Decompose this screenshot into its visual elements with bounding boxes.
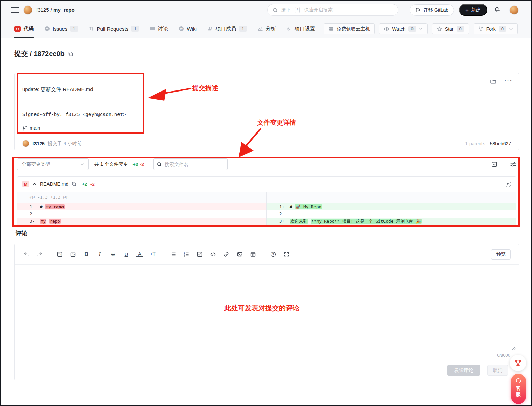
new-button[interactable]: +新建 [459, 4, 487, 16]
parent-sha-link[interactable]: 58beb627 [490, 141, 511, 146]
file-additions: +2 [82, 182, 87, 187]
ordered-list-icon[interactable]: 123 [183, 251, 190, 258]
collapse-all-icon[interactable] [491, 161, 498, 167]
user-avatar[interactable] [509, 5, 519, 15]
editor-footer: 发送评论 取消 [15, 360, 519, 380]
repo-owner-avatar[interactable] [23, 5, 32, 15]
chevron-down-icon[interactable] [419, 27, 423, 31]
file-diff-card: M README.md +2 -2 @@ -1,3 +1,3 @@ 1-# my… [17, 176, 516, 226]
tab-issues[interactable]: Issues 1 [44, 19, 78, 38]
help-icon[interactable]: ? [270, 251, 277, 258]
committer-avatar[interactable] [22, 140, 29, 147]
undo-icon[interactable] [23, 251, 30, 258]
copy-filename-icon[interactable] [72, 182, 76, 186]
tab-wiki[interactable]: W Wiki [179, 19, 196, 38]
font-color-icon[interactable]: A [136, 251, 143, 257]
fork-icon [478, 26, 484, 31]
commit-signoff: Signed-off-by: f3125 <geyh@csdn.net> [22, 112, 126, 117]
tab-settings[interactable]: 项目设置 [286, 19, 315, 38]
image-icon[interactable] [236, 251, 243, 258]
diff-view: @@ -1,3 +1,3 @@ 1-# my_repo 2 3-my repo … [17, 192, 516, 226]
breadcrumb-repo[interactable]: my_repo [53, 7, 75, 13]
redo-icon[interactable] [36, 251, 43, 258]
customer-service-button[interactable]: 客服 [511, 374, 526, 404]
members-count-badge: 1 [239, 26, 247, 32]
preview-button[interactable]: 预览 [491, 249, 511, 260]
star-icon [437, 26, 442, 32]
tab-code[interactable]: 代码 [14, 19, 34, 38]
heading1-icon[interactable]: 1 [56, 251, 63, 258]
pull-request-icon [89, 26, 94, 31]
breadcrumb-user[interactable]: f3125 [36, 7, 49, 13]
commit-card: update: 更新文件 README.md ··· Signed-off-by… [14, 73, 519, 150]
gitcode-commit-page: f3125 / my_repo 按下/快速开启搜索 迁移 GitLab +新建 [0, 0, 532, 406]
pr-count-badge: 1 [131, 26, 139, 32]
fork-button[interactable]: Fork 0 [474, 23, 518, 34]
italic-icon[interactable]: I [96, 251, 103, 258]
file-name[interactable]: README.md [40, 181, 68, 187]
watch-eye-icon [384, 26, 389, 32]
parents-label: 1 parents [465, 141, 485, 146]
commit-time: 提交于 4 小时前 [48, 141, 82, 147]
file-header: M README.md +2 -2 [17, 177, 516, 192]
search-icon [272, 8, 278, 13]
comment-input[interactable] [15, 265, 519, 361]
analytics-chart-icon [257, 26, 263, 31]
total-additions: +2 [133, 162, 138, 167]
comment-editor: 1 2 B I S U A TT 123 ? 预览 0/8000 发送 [14, 244, 519, 380]
more-actions-icon[interactable]: ··· [504, 78, 513, 84]
view-file-fullscreen-icon[interactable] [505, 181, 511, 187]
commit-branch[interactable]: main [22, 125, 40, 131]
fullscreen-icon[interactable] [283, 251, 290, 258]
breadcrumb[interactable]: f3125 / my_repo [36, 7, 75, 13]
tab-pull-requests[interactable]: Pull Requests 1 [89, 19, 139, 38]
code-block-icon[interactable] [210, 251, 216, 258]
top-header: f3125 / my_repo 按下/快速开启搜索 迁移 GitLab +新建 [1, 1, 531, 19]
task-list-icon[interactable] [196, 251, 203, 258]
slash-key-hint: / [295, 7, 300, 13]
star-button[interactable]: Star 0 [432, 23, 469, 34]
svg-text:W: W [180, 27, 183, 30]
bullet-list-icon[interactable] [170, 251, 177, 258]
table-icon[interactable] [250, 251, 256, 258]
svg-text:3: 3 [184, 255, 185, 257]
global-search-input[interactable]: 按下/快速开启搜索 [267, 4, 398, 16]
server-icon [328, 26, 334, 31]
diff-settings-sliders-icon[interactable] [510, 161, 516, 167]
tab-analytics[interactable]: 分析 [257, 19, 276, 38]
discussion-icon [150, 26, 155, 31]
committer-name[interactable]: f3125 [32, 141, 45, 146]
link-icon[interactable] [223, 251, 230, 258]
resize-handle[interactable] [510, 345, 516, 351]
collapse-file-chevron-icon[interactable] [32, 182, 37, 186]
char-counter: 0/8000 [497, 353, 510, 358]
free-cloud-host-button[interactable]: 免费领取云主机 [324, 23, 375, 34]
underline-icon[interactable]: U [123, 251, 130, 258]
strikethrough-icon[interactable]: S [110, 251, 116, 258]
change-type-select[interactable]: 全部变更类型 [17, 158, 89, 170]
notification-bell-icon[interactable] [494, 6, 501, 13]
members-icon [207, 26, 213, 31]
commit-meta-row: f3125 提交于 4 小时前 1 parents 58beb627 [15, 137, 519, 150]
svg-text:2: 2 [74, 253, 75, 256]
heading2-icon[interactable]: 2 [70, 251, 76, 258]
cancel-button[interactable]: 取消 [487, 365, 508, 376]
watch-button[interactable]: Watch 0 [379, 23, 427, 34]
file-search-input[interactable] [165, 162, 219, 167]
tab-members[interactable]: 项目成员 1 [207, 19, 247, 38]
diff-line-del-1: 1-# my_repo [17, 203, 266, 210]
file-search-box[interactable] [153, 158, 228, 170]
bold-icon[interactable]: B [83, 251, 90, 258]
rewards-trophy-button[interactable] [510, 355, 526, 371]
font-size-icon[interactable]: TT [150, 251, 156, 258]
diff-line-del-3: 3-my repo [17, 218, 266, 225]
copy-sha-icon[interactable] [68, 51, 73, 57]
chevron-down-icon[interactable] [509, 27, 513, 31]
issues-count-badge: 1 [70, 26, 78, 32]
send-comment-button[interactable]: 发送评论 [447, 365, 480, 376]
browse-files-folder-icon[interactable] [490, 78, 496, 84]
tab-discussions[interactable]: 讨论 [150, 19, 168, 38]
gear-icon [286, 26, 292, 31]
hamburger-menu-icon[interactable] [11, 7, 19, 13]
migrate-gitlab-button[interactable]: 迁移 GitLab [410, 4, 454, 16]
